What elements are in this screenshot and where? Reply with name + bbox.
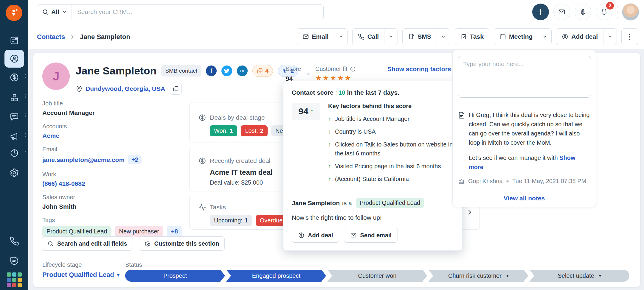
freshworks-logo[interactable] [6, 5, 22, 21]
map-pin-icon [76, 85, 83, 92]
tag-chip[interactable]: New purchaser [115, 226, 163, 237]
show-scoring-factors-link[interactable]: Show scoring factors [387, 66, 460, 73]
chevron-down-icon: ▾ [117, 272, 120, 278]
more-actions-button[interactable]: ⋮ [621, 28, 638, 45]
email-link[interactable]: jane.sampleton@acme.com [42, 156, 125, 163]
more-tags-chip[interactable]: +8 [167, 226, 182, 237]
task-button-group: Task [455, 28, 489, 45]
twitter-icon[interactable] [221, 66, 232, 76]
sidebar-item-settings[interactable] [0, 164, 28, 181]
call-button[interactable]: Call [353, 29, 384, 45]
kebab-icon: ⋮ [626, 32, 634, 41]
work-phone-link[interactable]: (866) 418-0682 [42, 180, 209, 187]
view-all-notes-link[interactable]: View all notes [453, 190, 596, 207]
quick-add-button[interactable] [532, 4, 549, 20]
copy-location-button[interactable] [170, 83, 182, 95]
card-expand-chevron[interactable] [466, 209, 473, 216]
info-icon[interactable] [350, 66, 356, 72]
popup-send-email-button[interactable]: Send email [344, 228, 398, 243]
sidebar-item-app-switcher[interactable] [0, 272, 28, 288]
sidebar-item-dashboard[interactable] [0, 32, 28, 49]
sidebar-item-menu-icon[interactable]: ⋮ [23, 132, 28, 137]
popup-person-line: Jane Sampleton is a Product Qualified Le… [292, 198, 454, 208]
linkedin-icon[interactable]: in [237, 66, 248, 76]
sidebar-item-menu-icon[interactable]: ⋮ [23, 74, 28, 78]
envelope-icon [350, 232, 357, 238]
popup-add-deal-button[interactable]: Add deal [292, 228, 339, 243]
chevron-down-icon: ▾ [599, 273, 601, 278]
sidebar-item-menu-icon[interactable]: ⋮ [23, 149, 28, 154]
duplicates-badge[interactable]: 4 [252, 65, 273, 77]
email-button[interactable]: Email [297, 29, 334, 45]
note-item: Hi Greg, I think this deal is very close… [453, 104, 596, 172]
score-block: Score 94 [285, 66, 301, 83]
sidebar-item-menu-icon[interactable]: ⋮ [23, 56, 27, 61]
sms-dropdown-button[interactable] [437, 29, 450, 45]
envelope-icon [302, 33, 309, 40]
dot-separator [307, 73, 310, 75]
factors-title: Key factors behind this score [328, 103, 454, 110]
task-button[interactable]: Task [455, 29, 489, 45]
search-edit-fields-button[interactable]: Search and edit all fields [42, 236, 133, 251]
sidebar-item-freshchat[interactable] [0, 252, 28, 269]
deals-icon [10, 73, 19, 82]
user-avatar[interactable] [622, 3, 639, 21]
up-arrow-icon: ↑ [310, 107, 314, 116]
chevron-down-icon: ▾ [506, 273, 509, 278]
blocks-icon [10, 93, 19, 102]
search-input[interactable] [72, 8, 323, 15]
meeting-dropdown-button[interactable] [538, 29, 551, 45]
stage-engaged-prospect[interactable]: Engaged prospect [226, 270, 326, 282]
popup-cta-text: Now’s the right time to follow up! [292, 214, 454, 221]
popup-title: Contact score ↑10 in the last 7 days. [292, 89, 454, 96]
plus-icon [537, 8, 544, 16]
bell-icon [600, 8, 608, 15]
email-inbox-button[interactable] [553, 4, 570, 20]
field-work-phone: Work (866) 418-0682 [42, 171, 209, 187]
add-deal-dropdown-button[interactable] [603, 29, 617, 45]
card-title: Deals by deal stage [210, 114, 265, 121]
customize-section-button[interactable]: Customize this section [139, 236, 225, 251]
sidebar-item-phone[interactable] [0, 233, 28, 250]
field-sales-owner: Sales owner John Smith [42, 194, 209, 210]
meeting-button[interactable]: Meeting [494, 29, 538, 45]
facebook-icon[interactable]: f [206, 66, 217, 76]
sidebar-item-menu-icon[interactable]: ⋮ [23, 113, 28, 117]
stage-prospect[interactable]: Prospect [125, 270, 225, 282]
note-input[interactable] [458, 56, 591, 98]
search-scope-dropdown[interactable]: All [37, 5, 72, 19]
upcoming-chip: Upcoming:1 [210, 215, 252, 226]
divider [292, 191, 454, 191]
up-arrow-icon: ↑ [328, 162, 331, 171]
notifications-button[interactable]: 2 [596, 4, 612, 20]
sidebar-item-products[interactable]: ⋮ [0, 89, 28, 106]
stage-customer-won[interactable]: Customer won [327, 270, 427, 282]
email-dropdown-button[interactable] [334, 29, 347, 45]
add-deal-button[interactable]: Add deal [556, 29, 603, 45]
notes-panel: Hi Greg, I think this deal is very close… [452, 50, 596, 207]
up-arrow-icon: ↑ [328, 140, 331, 158]
tag-chip[interactable]: Product Qualified Lead [42, 226, 111, 237]
sms-button[interactable]: SMS [403, 29, 437, 45]
copy-icon [173, 86, 179, 92]
chevron-down-icon [608, 34, 612, 39]
score-label: Score [285, 66, 301, 72]
stage-select-update[interactable]: Select update▾ [530, 270, 629, 282]
sidebar-item-deals[interactable]: ⋮ [0, 69, 28, 86]
whats-new-button[interactable] [575, 4, 591, 20]
more-emails-chip[interactable]: +2 [128, 155, 142, 164]
contact-location[interactable]: Dundywood, Georgia, USA [86, 85, 165, 92]
sidebar-item-conversations[interactable]: ⋮ [0, 108, 28, 125]
sidebar-item-menu-icon[interactable]: ⋮ [23, 94, 28, 98]
divider [33, 256, 640, 256]
envelope-icon [558, 8, 565, 15]
lifecycle-stage-dropdown[interactable]: Product Qualified Lead ▾ [42, 271, 120, 279]
sidebar-item-marketing[interactable]: ⋮ [0, 128, 28, 145]
pie-chart-icon [10, 149, 19, 158]
sidebar-item-analytics[interactable]: ⋮ [0, 145, 28, 161]
call-dropdown-button[interactable] [384, 29, 398, 45]
stage-churn-risk[interactable]: Churn risk customer▾ [429, 270, 528, 282]
sidebar-item-contacts[interactable]: ⋮ [4, 50, 24, 68]
account-link[interactable]: Acme [42, 132, 209, 139]
breadcrumb-contacts-link[interactable]: Contacts [37, 33, 65, 41]
